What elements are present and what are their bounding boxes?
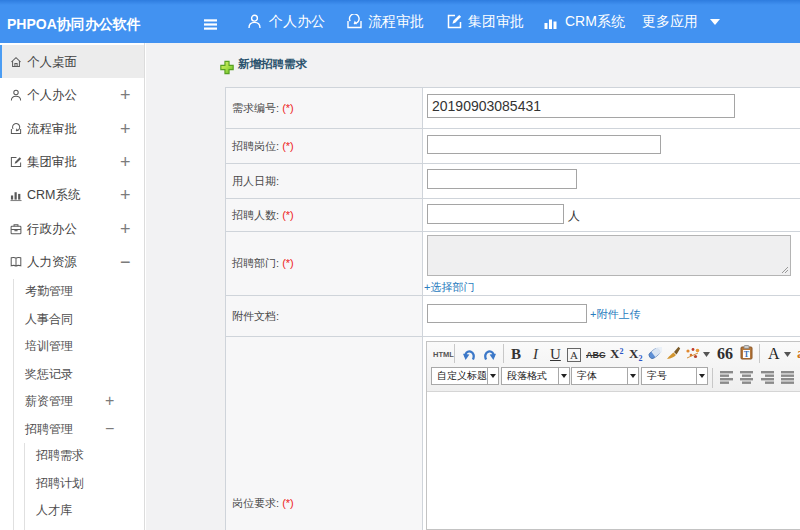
svg-text:T: T — [744, 350, 750, 359]
